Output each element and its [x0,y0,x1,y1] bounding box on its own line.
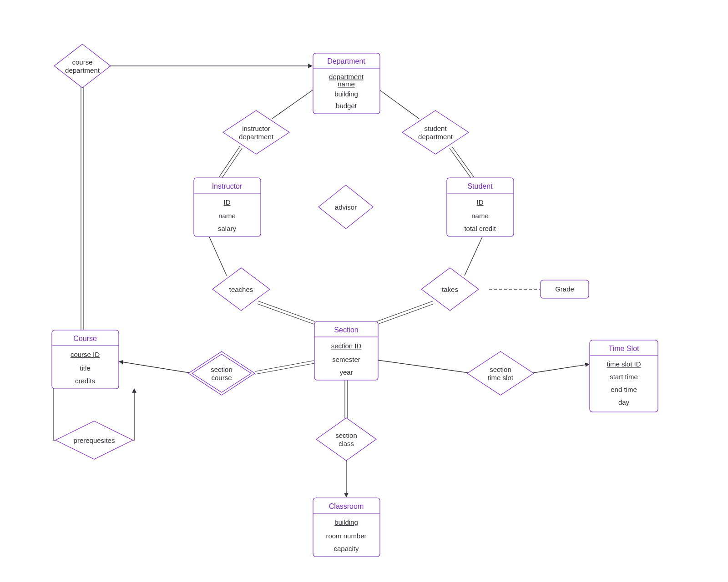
entity-grade: Grade [541,280,589,298]
entity-attr: total credit [464,225,496,232]
entity-title: Time Slot [609,345,640,352]
entity-attr: budget [336,102,357,110]
rel-takes: takes [421,268,479,311]
entity-title: Instructor [212,182,243,190]
entity-attr: semester [332,356,360,363]
edge-sectimeslot-timeslot [533,364,589,373]
edge-takes-section-1 [378,304,434,324]
svg-text:student: student [424,125,447,132]
edge-studept-student-2 [450,148,472,179]
entity-key: ID [224,198,231,206]
entity-title: Department [327,57,365,65]
svg-text:section: section [211,366,233,373]
rel-course-department: course department [54,44,111,88]
svg-text:prerequesites: prerequesites [74,436,115,444]
edge-instdept-department [272,86,318,119]
svg-text:class: class [339,440,354,447]
er-diagram: Department departmentname building budge… [0,0,728,582]
svg-text:section: section [335,431,357,439]
svg-text:department: department [239,133,274,140]
edge-seccourse-section-1 [255,361,314,371]
edge-sectimeslot-section [378,360,469,373]
entity-title: Course [73,335,97,342]
svg-text:teaches: teaches [229,286,253,293]
entity-instructor: Instructor ID name salary [194,178,261,236]
svg-text:section: section [490,366,511,373]
entity-timeslot: Time Slot time slot ID start time end ti… [590,340,658,412]
edge-teaches-section-1 [257,304,314,324]
entity-attr: end time [611,386,637,393]
entity-attr: building [334,90,358,98]
entity-attr: salary [218,225,237,232]
rel-instructor-department: instructor department [223,110,289,154]
edge-teaches-instructor [209,237,227,276]
rel-section-class: section class [316,418,376,461]
edge-studept-department [374,86,419,119]
entity-key: building [334,518,358,526]
entity-key: ID [477,198,484,206]
edge-instdept-instr-1 [219,146,240,177]
entity-title: Section [334,326,358,334]
edge-prereq-right [127,389,134,440]
svg-text:department: department [418,133,453,140]
entity-attr: capacity [334,545,359,552]
rel-student-department: student department [402,110,469,154]
svg-text:time slot: time slot [488,374,514,381]
entity-attr: year [339,368,353,376]
svg-text:course: course [211,374,232,381]
edge-takes-section-2 [377,301,433,321]
rel-section-course: section course [188,351,255,395]
entity-attr: day [618,398,630,406]
edge-seccourse-section-2 [255,363,314,374]
edge-seccourse-course [119,361,190,373]
entity-title: Grade [555,285,574,293]
entity-student: Student ID name total credit [447,178,514,236]
rel-teaches: teaches [212,268,270,311]
entity-attr: room number [326,532,366,540]
entity-attr: name [471,212,489,220]
entity-attr: name [218,212,236,220]
entity-key: time slot ID [607,360,641,368]
edge-instdept-instr-2 [221,148,242,179]
svg-text:course: course [72,58,92,66]
entity-section: Section section ID semester year [314,321,378,380]
entity-key: section ID [331,342,362,350]
edge-teaches-section-2 [258,301,315,321]
svg-text:instructor: instructor [242,125,270,132]
entity-title: Classroom [329,502,364,510]
svg-text:takes: takes [442,286,458,293]
rel-advisor: advisor [318,185,373,229]
svg-text:department: department [65,66,100,74]
entity-title: Student [467,182,493,190]
rel-section-timeslot: section time slot [467,351,534,395]
svg-text:advisor: advisor [335,203,357,211]
entity-classroom: Classroom building room number capacity [313,498,380,557]
edge-takes-student [465,237,482,276]
entity-course: Course course ID title credits [52,330,119,389]
rel-prerequisites: prerequesites [56,421,133,459]
edge-studept-student-1 [452,146,474,177]
entity-department: Department departmentname building budge… [313,53,380,114]
entity-attr: title [80,364,90,372]
entity-key: course ID [71,351,100,358]
entity-attr: credits [75,377,95,385]
edge-prereq-left [53,389,59,440]
entity-attr: start time [610,373,638,381]
